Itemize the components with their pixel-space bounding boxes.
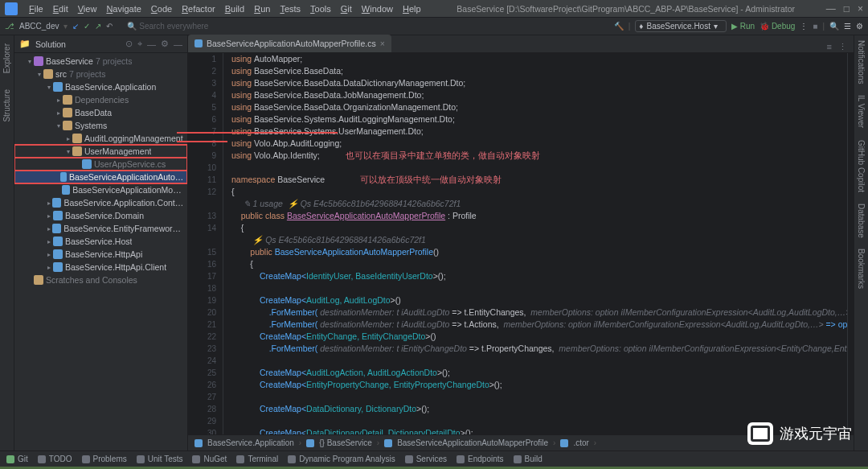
tab-more-icon[interactable]: ⋮	[838, 42, 847, 52]
tree-node[interactable]: ▸BaseService.HttpApi.Client	[14, 261, 187, 274]
vcs-commit-icon[interactable]: ✓	[84, 22, 90, 31]
menu-view[interactable]: View	[73, 4, 102, 14]
bottom-tool-unit tests[interactable]: Unit Tests	[137, 455, 183, 463]
menu-edit[interactable]: Edit	[48, 4, 73, 14]
top-toolbar: ⎇ ABCC_dev ▾ ↙ ✓ ↗ ↶ 🔍 Search everywhere…	[0, 18, 868, 35]
tree-node[interactable]: BaseServiceApplicationModule.cs	[14, 183, 187, 196]
tree-node[interactable]: ▸BaseService.Domain	[14, 209, 187, 222]
run-config-selector[interactable]: ♦ BaseService.Host ▾	[635, 20, 727, 32]
bottom-tool-nuget[interactable]: NuGet	[192, 455, 227, 463]
locate-icon[interactable]: ⌖	[137, 39, 142, 49]
right-tool-notifications[interactable]: Notifications	[857, 40, 866, 84]
line-gutter[interactable]: 1234567891011121314151617181920212223242…	[188, 53, 223, 434]
tree-node[interactable]: ▾UserManagement	[14, 145, 187, 158]
menu-refactor[interactable]: Refactor	[177, 4, 220, 14]
bottom-tool-dynamic program analysis[interactable]: Dynamic Program Analysis	[288, 455, 395, 463]
window-maximize[interactable]: □	[844, 3, 850, 14]
menu-help[interactable]: Help	[398, 4, 426, 14]
bottom-tool-services[interactable]: Services	[405, 455, 447, 463]
right-tool-bookmarks[interactable]: Bookmarks	[857, 249, 866, 289]
bottom-tool-terminal[interactable]: Terminal	[236, 455, 278, 463]
search-everywhere[interactable]: 🔍 Search everywhere	[117, 22, 608, 31]
tree-node[interactable]: ▾src 7 projects	[14, 68, 187, 80]
window-close[interactable]: ×	[858, 3, 863, 14]
tab-dropdown-icon[interactable]: ≡	[827, 42, 832, 52]
code-editor[interactable]: using AutoMapper;using BaseService.BaseD…	[223, 53, 847, 434]
editor-scrollbar[interactable]	[847, 53, 854, 434]
breadcrumb-item[interactable]: BaseServiceApplicationAutoMapperProfile	[397, 438, 548, 447]
tree-node[interactable]: ▸BaseService.HttpApi	[14, 248, 187, 261]
menu-run[interactable]: Run	[249, 4, 275, 14]
tree-node[interactable]: ▾Systems	[14, 119, 187, 132]
tree-node[interactable]: UserAppService.cs	[14, 158, 187, 171]
menu-git[interactable]: Git	[336, 4, 357, 14]
history-icon[interactable]: ↶	[106, 22, 113, 31]
tab-label: BaseServiceApplicationAutoMapperProfile.…	[207, 39, 376, 48]
solution-explorer: 📁 Solution ⊙ ⌖ — ⚙ — ▾BaseService 7 proj…	[14, 35, 188, 450]
breadcrumb-item[interactable]: BaseService.Application	[207, 438, 294, 447]
breadcrumb-item[interactable]: .ctor	[573, 438, 588, 447]
left-tool-explorer[interactable]: Explorer	[2, 43, 11, 73]
settings-icon[interactable]: ⚙	[161, 39, 169, 49]
watermark-text: 游戏元宇宙	[780, 424, 852, 443]
bottom-tool-problems[interactable]: Problems	[82, 455, 127, 463]
menu-window[interactable]: Window	[357, 4, 398, 14]
close-tab-icon[interactable]: ×	[380, 39, 385, 48]
editor-area: BaseServiceApplicationAutoMapperProfile.…	[188, 35, 854, 450]
menu-build[interactable]: Build	[220, 4, 249, 14]
tree-node[interactable]: ▸Dependencies	[14, 93, 187, 106]
run-button[interactable]: ▶ Run	[731, 22, 755, 31]
csharp-file-icon	[194, 39, 203, 47]
bottom-tool-todo[interactable]: TODO	[38, 455, 72, 463]
annotation-line-1	[177, 132, 338, 134]
menu-navigate[interactable]: Navigate	[101, 4, 145, 14]
tree-node[interactable]: BaseServiceApplicationAutoMapperProfile.…	[14, 171, 187, 183]
menu-tests[interactable]: Tests	[275, 4, 305, 14]
right-tool-database[interactable]: Database	[857, 204, 866, 238]
menu-file[interactable]: File	[24, 4, 48, 14]
select-opened-icon[interactable]: ⊙	[125, 39, 133, 49]
tree-node[interactable]: ▾BaseService 7 projects	[14, 55, 187, 68]
menu-tools[interactable]: Tools	[305, 4, 336, 14]
more-icon[interactable]: ⋮	[800, 22, 808, 31]
bottom-tool-build[interactable]: Build	[514, 455, 542, 463]
editor-tabs: BaseServiceApplicationAutoMapperProfile.…	[188, 35, 854, 53]
build-icon[interactable]: 🔨	[614, 22, 624, 31]
branch-icon: ⎇	[5, 22, 14, 31]
tree-node[interactable]: ▸BaseService.Host	[14, 235, 187, 248]
active-tab[interactable]: BaseServiceApplicationAutoMapperProfile.…	[188, 35, 391, 52]
menu-code[interactable]: Code	[146, 4, 177, 14]
tree-node[interactable]: ▾BaseService.Application	[14, 80, 187, 93]
git-branch[interactable]: ABCC_dev	[19, 22, 59, 31]
tree-node[interactable]: ▸AuditLoggingManagement	[14, 132, 187, 145]
annotation-line-2	[177, 141, 227, 142]
right-tool-github copilot[interactable]: GitHub Copilot	[857, 140, 866, 192]
tree-node[interactable]: ▸BaseData	[14, 106, 187, 119]
solution-tree[interactable]: ▾BaseService 7 projects▾src 7 projects▾B…	[14, 53, 187, 450]
stop-icon[interactable]: ■	[813, 22, 817, 31]
tree-node[interactable]: ▸BaseService.Application.Contracts	[14, 196, 187, 209]
profiler-icon[interactable]: ☰	[844, 22, 851, 31]
search-icon[interactable]: 🔍	[829, 22, 839, 31]
wechat-icon	[747, 422, 773, 445]
solution-icon: 📁	[19, 39, 31, 49]
right-tool-il viewer[interactable]: IL Viewer	[857, 95, 866, 128]
breadcrumb-item[interactable]: {} BaseService	[319, 438, 372, 447]
hide-icon[interactable]: —	[174, 39, 182, 49]
collapse-icon[interactable]: —	[147, 39, 156, 49]
solution-panel-title: Solution	[35, 39, 121, 49]
right-tool-strip: NotificationsIL ViewerGitHub CopilotData…	[854, 35, 868, 450]
tree-node[interactable]: ▸BaseService.EntityFrameworkCore	[14, 222, 187, 235]
watermark: 游戏元宇宙	[747, 422, 852, 445]
bottom-toolbar: GitTODOProblemsUnit TestsNuGetTerminalDy…	[0, 450, 868, 467]
bottom-tool-endpoints[interactable]: Endpoints	[457, 455, 503, 463]
bottom-tool-git[interactable]: Git	[6, 455, 28, 463]
vcs-push-icon[interactable]: ↗	[95, 22, 101, 31]
vcs-update-icon[interactable]: ↙	[72, 22, 79, 31]
debug-button[interactable]: 🐞 Debug	[760, 22, 795, 31]
tree-node[interactable]: Scratches and Consoles	[14, 274, 187, 286]
app-icon	[5, 2, 18, 15]
settings-icon[interactable]: ⚙	[856, 22, 863, 31]
window-minimize[interactable]: —	[826, 3, 836, 14]
left-tool-structure[interactable]: Structure	[2, 89, 11, 122]
